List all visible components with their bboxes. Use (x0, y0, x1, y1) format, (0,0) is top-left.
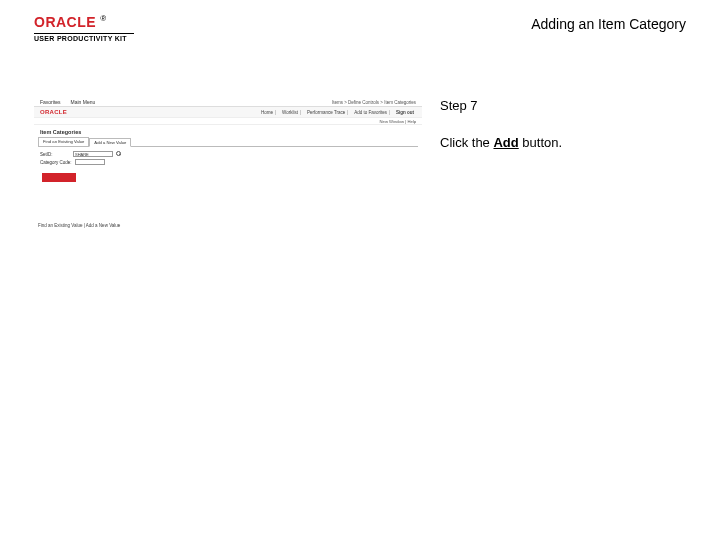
tab-find: Find an Existing Value (38, 137, 89, 146)
instruction-column: Step 7 Click the Add button. (440, 98, 686, 238)
screenshot-column: Favorites Main Menu Items > Define Contr… (34, 98, 422, 238)
shot-tabs: Find an Existing Value Add a New Value (34, 137, 422, 146)
setid-input: SHARE (73, 151, 113, 157)
shot-footer-links: Find an Existing Value | Add a New Value (38, 223, 120, 228)
body: Favorites Main Menu Items > Define Contr… (0, 58, 720, 238)
nav-perf: Performance Trace (305, 110, 348, 115)
shot-subbar: New Window | Help (34, 118, 422, 125)
page: ORACLE ® USER PRODUCTIVITY KIT Adding an… (0, 0, 720, 540)
setid-row: SetID: SHARE (40, 151, 416, 157)
brand-block: ORACLE ® USER PRODUCTIVITY KIT (34, 14, 134, 42)
app-screenshot: Favorites Main Menu Items > Define Contr… (34, 98, 422, 238)
instr-target: Add (493, 135, 518, 150)
nav-home: Home (259, 110, 276, 115)
nav-worklist: Worklist (280, 110, 301, 115)
code-label: Category Code: (40, 160, 72, 165)
topbar-favorites: Favorites (40, 99, 61, 105)
shot-page-heading: Item Categories (34, 125, 422, 137)
shot-top-left: Favorites Main Menu (40, 99, 95, 105)
setid-label: SetID: (40, 152, 70, 157)
step-label: Step 7 (440, 98, 686, 113)
instr-pre: Click the (440, 135, 493, 150)
brand-rule (34, 33, 134, 34)
instr-post: button. (519, 135, 562, 150)
breadcrumb: Items > Define Controls > Item Categorie… (332, 100, 416, 105)
trademark-symbol: ® (100, 14, 106, 23)
code-input (75, 159, 105, 165)
nav-signout: Sign out (394, 110, 416, 115)
page-title: Adding an Item Category (531, 16, 686, 32)
shot-oracle-logo: ORACLE (40, 109, 67, 115)
search-icon (116, 151, 122, 157)
brand-subtitle: USER PRODUCTIVITY KIT (34, 35, 134, 42)
shot-topbar: Favorites Main Menu Items > Define Contr… (34, 98, 422, 107)
code-row: Category Code: (40, 159, 416, 165)
tab-add: Add a New Value (89, 138, 131, 147)
instruction-text: Click the Add button. (440, 135, 686, 150)
oracle-logo: ORACLE (34, 14, 96, 30)
shot-panel: SetID: SHARE Category Code: (38, 146, 418, 185)
shot-appbar: ORACLE Home Worklist Performance Trace A… (34, 107, 422, 118)
nav-fav: Add to Favorites (352, 110, 390, 115)
add-button[interactable] (42, 173, 76, 182)
header: ORACLE ® USER PRODUCTIVITY KIT Adding an… (0, 0, 720, 58)
topbar-mainmenu: Main Menu (71, 99, 96, 105)
shot-nav: Home Worklist Performance Trace Add to F… (259, 110, 416, 115)
